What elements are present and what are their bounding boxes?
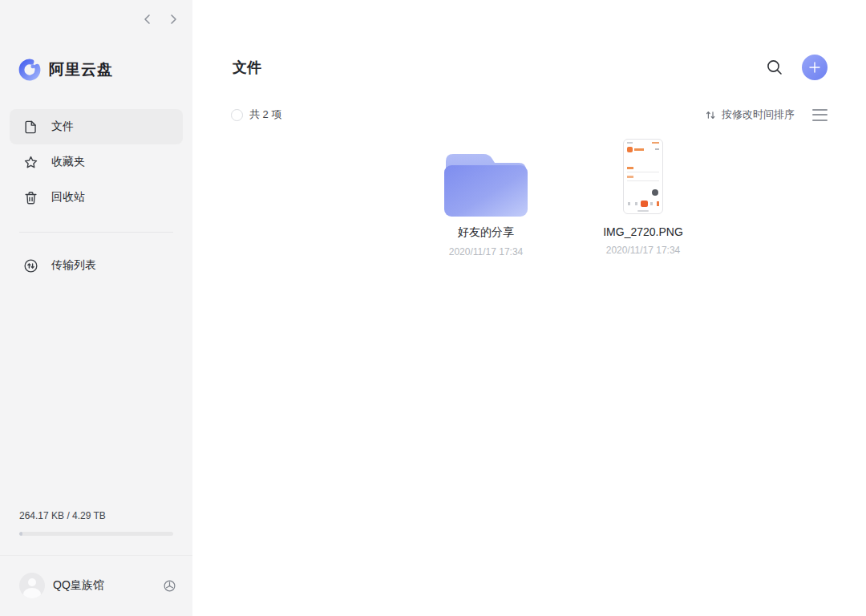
sidebar-item-favorites[interactable]: 收藏夹 (10, 144, 183, 180)
file-toolbar: 共 2 项 按修改时间排序 (231, 106, 828, 124)
sidebar-item-label: 传输列表 (51, 258, 96, 273)
file-item-folder[interactable]: 好友的分享 2020/11/17 17:34 (407, 136, 565, 257)
sidebar-transfer: 传输列表 (10, 248, 183, 283)
sidebar-item-label: 文件 (51, 120, 74, 134)
file-date: 2020/11/17 17:34 (606, 245, 681, 256)
forward-arrow-icon[interactable] (165, 11, 181, 27)
user-divider (0, 555, 192, 556)
add-button[interactable] (802, 55, 828, 80)
history-nav (140, 11, 181, 27)
main-header: 文件 (233, 51, 828, 83)
file-name: 好友的分享 (458, 225, 514, 240)
search-icon[interactable] (765, 58, 784, 77)
user-name: QQ皇族馆 (53, 578, 163, 593)
file-item-image[interactable]: IMG_2720.PNG 2020/11/17 17:34 (565, 136, 722, 257)
item-count: 共 2 项 (249, 107, 281, 122)
storage-progress-bar (19, 532, 173, 536)
sidebar-item-files[interactable]: 文件 (10, 109, 183, 144)
app-title: 阿里云盘 (49, 59, 113, 80)
settings-icon[interactable] (163, 579, 176, 593)
image-thumbnail (623, 139, 663, 214)
plus-icon (808, 61, 821, 74)
select-all-checkbox[interactable] (231, 109, 243, 121)
main-panel: 文件 共 2 项 按修改时间排序 (192, 0, 866, 616)
sidebar: 阿里云盘 文件 收藏夹 (0, 0, 192, 616)
sidebar-menu: 文件 收藏夹 回收站 (10, 109, 183, 215)
storage-quota: 264.17 KB / 4.29 TB (19, 510, 173, 536)
sort-control[interactable]: 按修改时间排序 (705, 107, 795, 122)
app-logo-icon (18, 58, 42, 82)
back-arrow-icon[interactable] (140, 11, 156, 27)
sidebar-item-recycle-bin[interactable]: 回收站 (10, 180, 183, 215)
brand: 阿里云盘 (18, 58, 113, 82)
avatar (19, 573, 45, 598)
sidebar-item-label: 回收站 (51, 190, 85, 205)
header-actions (765, 55, 828, 80)
star-icon (23, 155, 38, 170)
list-view-icon[interactable] (812, 109, 828, 121)
file-date: 2020/11/17 17:34 (449, 246, 524, 257)
user-account[interactable]: QQ皇族馆 (19, 565, 176, 606)
storage-progress-fill (19, 532, 22, 536)
sidebar-item-label: 收藏夹 (51, 155, 85, 169)
sidebar-item-transfer-list[interactable]: 传输列表 (10, 248, 183, 283)
file-icon (23, 120, 38, 135)
sidebar-divider (19, 232, 173, 233)
folder-icon (444, 148, 528, 217)
transfer-icon (23, 258, 38, 274)
file-name: IMG_2720.PNG (603, 225, 683, 238)
page-title: 文件 (233, 58, 261, 77)
file-grid: 好友的分享 2020/11/17 17:34 (407, 136, 722, 257)
sort-label: 按修改时间排序 (722, 107, 795, 122)
trash-icon (23, 190, 38, 205)
sort-arrows-icon (705, 109, 717, 121)
storage-usage-text: 264.17 KB / 4.29 TB (19, 510, 173, 521)
